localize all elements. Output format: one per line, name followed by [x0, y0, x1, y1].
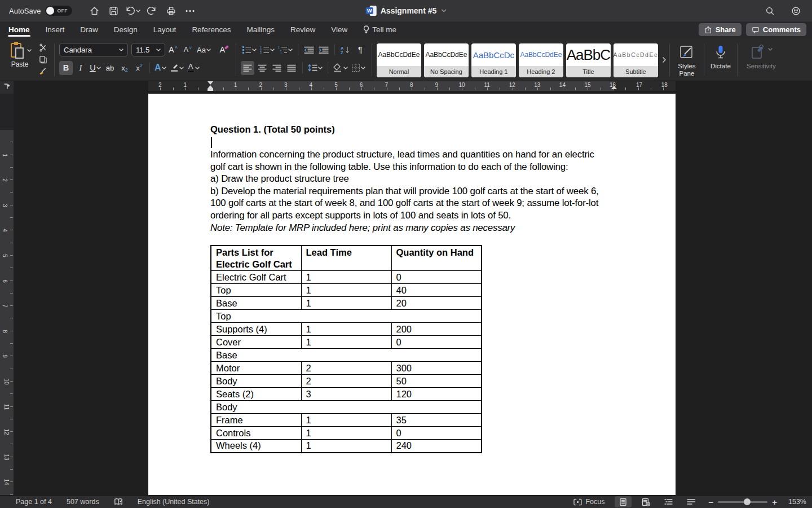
style-card-no-spacing[interactable]: AaBbCcDdEeNo Spacing	[424, 43, 469, 77]
table-cell[interactable]: 1	[301, 414, 391, 427]
title-chevron-icon[interactable]	[441, 9, 446, 12]
table-cell[interactable]: 200	[391, 323, 482, 336]
font-color-button[interactable]: A	[186, 61, 201, 75]
copy-button[interactable]	[36, 54, 50, 65]
draft-view-button[interactable]	[682, 496, 699, 507]
styles-pane-button[interactable]: Styles Pane	[671, 41, 703, 78]
horizontal-ruler[interactable]: 2112345678910111213141516171819	[148, 81, 676, 91]
table-cell[interactable]: 1	[301, 440, 391, 453]
table-cell[interactable]: Supports (4)	[211, 323, 301, 336]
table-header-cell[interactable]: Parts List for Electric Golf Cart	[211, 246, 301, 271]
table-cell[interactable]: 35	[391, 414, 482, 427]
zoom-percentage[interactable]: 153%	[783, 498, 806, 506]
line-spacing-button[interactable]	[307, 61, 324, 75]
clear-formatting-button[interactable]: A	[218, 43, 231, 57]
web-layout-view-button[interactable]	[637, 496, 654, 507]
italic-button[interactable]: I	[74, 61, 87, 75]
zoom-in-button[interactable]: +	[772, 498, 777, 506]
sort-button[interactable]: AZ	[339, 43, 352, 57]
feedback-button[interactable]	[787, 3, 804, 19]
print-button[interactable]	[162, 3, 179, 19]
table-cell-merged[interactable]: Body	[211, 401, 482, 414]
show-paragraph-marks-button[interactable]: ¶	[354, 43, 367, 57]
justify-button[interactable]	[285, 61, 298, 75]
sensitivity-button[interactable]: Sensitivity	[739, 41, 784, 78]
menu-tab-insert[interactable]: Insert	[45, 22, 65, 38]
zoom-slider[interactable]	[718, 501, 767, 503]
focus-button[interactable]: Focus	[573, 498, 604, 506]
proofing-status[interactable]	[114, 498, 123, 506]
text-effects-button[interactable]: A	[153, 61, 167, 75]
shrink-font-button[interactable]: A˅	[181, 43, 195, 57]
multilevel-list-button[interactable]: 1ai	[277, 43, 294, 57]
table-cell[interactable]: 0	[391, 427, 482, 440]
home-button[interactable]	[86, 3, 103, 19]
align-left-button[interactable]	[241, 61, 254, 75]
table-cell[interactable]: 1	[301, 336, 391, 349]
autosave-toggle[interactable]: OFF	[45, 6, 72, 16]
menu-tab-mailings[interactable]: Mailings	[246, 22, 275, 38]
table-cell[interactable]: 1	[301, 323, 391, 336]
bold-button[interactable]: B	[59, 61, 73, 75]
table-cell[interactable]: 1	[301, 284, 391, 297]
tab-selector[interactable]	[0, 81, 14, 91]
table-cell[interactable]: 1	[301, 427, 391, 440]
align-right-button[interactable]	[270, 61, 284, 75]
document-title[interactable]: Assignment #5	[381, 6, 437, 15]
table-cell[interactable]: Top	[211, 284, 301, 297]
language-indicator[interactable]: English (United States)	[138, 498, 210, 506]
table-cell-merged[interactable]: Top	[211, 310, 482, 323]
dictate-button[interactable]: Dictate	[705, 41, 736, 78]
change-case-button[interactable]: Aa	[196, 43, 212, 57]
style-card-heading-1[interactable]: AaBbCcDcHeading 1	[471, 43, 516, 77]
table-cell[interactable]: Seats (2)	[211, 388, 301, 401]
table-cell[interactable]: 0	[391, 336, 482, 349]
word-count[interactable]: 507 words	[67, 498, 99, 506]
comments-button[interactable]: Comments	[746, 23, 806, 36]
style-card-heading-2[interactable]: AaBbCcDdEeHeading 2	[519, 43, 563, 77]
cut-button[interactable]	[36, 42, 50, 53]
highlight-button[interactable]	[169, 61, 185, 75]
style-card-subtitle[interactable]: AaBbCcDdEeSubtitle	[614, 43, 658, 77]
table-cell[interactable]: Body	[211, 375, 301, 388]
table-cell[interactable]: Cover	[211, 336, 301, 349]
style-card-normal[interactable]: AaBbCcDdEeNormal	[377, 43, 421, 77]
menu-tab-review[interactable]: Review	[290, 22, 316, 38]
table-cell[interactable]: Electric Golf Cart	[211, 271, 301, 284]
shading-button[interactable]	[332, 61, 349, 75]
table-cell[interactable]: 240	[391, 440, 482, 453]
superscript-button[interactable]: x2	[133, 61, 146, 75]
save-button[interactable]	[105, 3, 122, 19]
table-cell[interactable]: 1	[301, 297, 391, 310]
increase-indent-button[interactable]	[317, 43, 330, 57]
table-cell[interactable]: 50	[391, 375, 482, 388]
subscript-button[interactable]: x2	[118, 61, 131, 75]
table-cell[interactable]: Frame	[211, 414, 301, 427]
page-indicator[interactable]: Page 1 of 4	[16, 498, 52, 506]
numbering-button[interactable]: 123	[259, 43, 276, 57]
strikethrough-button[interactable]: ab	[103, 61, 117, 75]
table-cell[interactable]: Controls	[211, 427, 301, 440]
print-layout-view-button[interactable]	[615, 496, 632, 507]
vertical-ruler[interactable]: 1234567891011121314	[0, 91, 14, 495]
borders-button[interactable]	[350, 61, 367, 75]
table-cell[interactable]: 0	[391, 271, 482, 284]
right-indent-marker[interactable]	[611, 86, 617, 89]
outline-view-button[interactable]	[660, 496, 677, 507]
paste-button[interactable]: Paste	[6, 41, 34, 78]
first-line-indent-marker[interactable]	[208, 81, 213, 85]
style-card-title[interactable]: AaBbCTitle	[566, 43, 611, 77]
zoom-slider-knob[interactable]	[744, 498, 751, 505]
font-name-select[interactable]: Candara	[59, 43, 128, 56]
table-header-cell[interactable]: Lead Time	[301, 246, 391, 271]
table-cell[interactable]: 300	[391, 362, 482, 375]
table-cell[interactable]: Base	[211, 297, 301, 310]
table-cell[interactable]: 120	[391, 388, 482, 401]
table-cell[interactable]: 20	[391, 297, 482, 310]
menu-tab-tell-me[interactable]: Tell me	[363, 22, 397, 38]
table-header-cell[interactable]: Quantity on Hand	[391, 246, 482, 271]
underline-button[interactable]: U	[89, 61, 102, 75]
menu-tab-view[interactable]: View	[330, 22, 348, 38]
menu-tab-draw[interactable]: Draw	[80, 22, 99, 38]
decrease-indent-button[interactable]	[302, 43, 316, 57]
